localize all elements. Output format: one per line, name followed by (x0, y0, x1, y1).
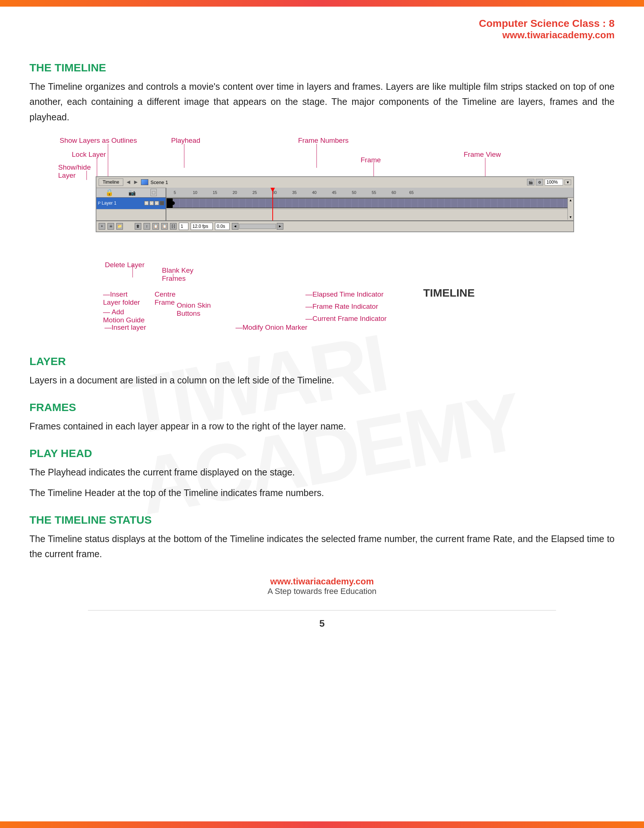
label-show-layers: Show Layers as Outlines (60, 136, 137, 144)
scene-label: Scene 1 (150, 180, 168, 185)
add-layer-btn[interactable]: + (99, 223, 105, 230)
ruler-60: 60 (392, 190, 396, 194)
line-show-layers (108, 144, 108, 176)
label-delete-layer: Delete Layer (105, 261, 145, 269)
frames-row-1 (166, 198, 573, 209)
header-title: Computer Science Class : 8 (30, 18, 614, 30)
ruler-20: 20 (233, 190, 237, 194)
ruler-35: 35 (292, 190, 297, 194)
line-frame-view (485, 158, 486, 176)
frames-area: ▲ ▼ (166, 198, 573, 220)
top-bar (0, 0, 644, 6)
ruler-icon3: □ (150, 189, 157, 196)
zoom-percent[interactable]: 100% (545, 179, 563, 185)
layer-empty (96, 209, 166, 220)
scene-icon (141, 179, 148, 185)
fps-field[interactable]: 12.0 fps (191, 223, 213, 230)
playhead-frames (272, 198, 273, 220)
footer-url: www.tiwariacademy.com (30, 576, 614, 586)
icon1: 🎬 (527, 179, 534, 185)
ruler-10: 10 (193, 190, 197, 194)
status-btn1[interactable]: ↕ (144, 223, 150, 230)
frame-ruler: 🔒 📷 □ 5 10 15 20 25 30 35 40 45 50 55 (96, 188, 573, 198)
label-insert-layer: —Insert layer (105, 323, 146, 332)
nav-arrows: ◄ ► (125, 179, 139, 185)
scroll-right[interactable]: ► (277, 223, 284, 230)
label-modify-onion: —Modify Onion Marker (235, 323, 307, 332)
layer-controls: ✎ • • (144, 201, 164, 205)
line-frame-numbers (317, 144, 317, 168)
divider (88, 610, 556, 610)
timeline-body: P Layer 1 ✎ • • (96, 198, 573, 220)
layer-heading: LAYER (30, 355, 614, 368)
label-frame-rate: —Frame Rate Indicator (306, 303, 378, 310)
lc-3: • (155, 201, 159, 205)
ruler-icon1: 🔒 (105, 188, 113, 196)
status-btn4[interactable]: [·] (170, 223, 177, 230)
label-lock-layer: Lock Layer (72, 151, 106, 158)
scroll-area: ◄ ► (232, 223, 284, 230)
page-number: 5 (30, 618, 614, 629)
ruler-55: 55 (372, 190, 376, 194)
bottom-bar (0, 822, 644, 828)
label-frame: Frame (360, 156, 381, 164)
right-controls: 🎬 ⚙ 100% ▼ (527, 179, 571, 185)
timeline-button[interactable]: Timeline (99, 179, 123, 186)
flash-toolbar: Timeline ◄ ► Scene 1 🎬 ⚙ 100% ▼ (96, 177, 573, 188)
ruler-icon2: 📷 (128, 189, 136, 196)
scroll-up: ▲ (569, 198, 572, 202)
label-insert-folder: —InsertLayer folder (103, 290, 140, 307)
lc-1: ✎ (144, 201, 149, 205)
status-body: The Timeline status displays at the bott… (30, 532, 614, 562)
footer: www.tiwariacademy.com A Step towards fre… (30, 576, 614, 607)
status-heading: THE TIMELINE STATUS (30, 514, 614, 526)
playhead-body1: The Playhead indicates the current frame… (30, 465, 614, 480)
footer-tagline: A Step towards free Education (30, 586, 614, 596)
dropdown-btn[interactable]: ▼ (564, 180, 571, 185)
frame-number-field[interactable]: 1 (179, 223, 188, 230)
label-frame-view: Frame View (464, 151, 501, 158)
label-blank-key: Blank KeyFrames (162, 267, 194, 282)
playhead-heading: PLAY HEAD (30, 447, 614, 459)
layer-body: Layers in a document are listed in a col… (30, 373, 614, 388)
ruler-5: 5 (174, 190, 176, 194)
status-btn2[interactable]: 📋 (152, 223, 159, 230)
ruler-40: 40 (312, 190, 317, 194)
label-onion-skin: Onion SkinButtons (177, 301, 211, 318)
timeline-diagram: Show Layers as Outlines Playhead Frame N… (30, 136, 614, 342)
frames-empty (166, 209, 573, 220)
trash-btn[interactable]: 🗑 (135, 223, 141, 230)
playhead-body2: The Timeline Header at the top of the Ti… (30, 485, 614, 500)
scrollbar-v[interactable]: ▲ ▼ (567, 198, 573, 220)
flash-window: Timeline ◄ ► Scene 1 🎬 ⚙ 100% ▼ 🔒 📷 □ (96, 176, 574, 232)
label-current-frame: —Current Frame Indicator (306, 315, 387, 323)
line-lock-layer (97, 158, 97, 176)
scroll-left[interactable]: ◄ (232, 223, 238, 230)
icon2: ⚙ (536, 179, 543, 185)
ruler-45: 45 (332, 190, 336, 194)
layer-panel-header-ruler: 🔒 📷 □ (96, 188, 166, 197)
label-add-motion: — AddMotion Guide (103, 308, 145, 324)
skull-btn[interactable]: ☠ (107, 223, 114, 230)
ruler-25: 25 (252, 190, 257, 194)
keyframe-dot (171, 201, 175, 205)
line-blank-key (173, 274, 173, 278)
layer-name: Layer 1 (102, 201, 143, 206)
layer-pencil-icon: P (98, 201, 100, 205)
status-btn3[interactable]: 📋 (161, 223, 168, 230)
page-content: Computer Science Class : 8 www.tiwariaca… (0, 6, 644, 651)
layer-row-1: P Layer 1 ✎ • • (96, 198, 166, 209)
lc-4 (160, 201, 164, 205)
label-show-hide: Show/hideLayer (58, 163, 91, 180)
ruler-area: 5 10 15 20 25 30 35 40 45 50 55 60 65 (166, 188, 573, 197)
ruler-15: 15 (213, 190, 217, 194)
timeline-body: The Timeline organizes and controls a mo… (30, 79, 614, 125)
lc-2: • (149, 201, 154, 205)
layer-panel: P Layer 1 ✎ • • (96, 198, 166, 220)
scroll-down: ▼ (569, 215, 572, 219)
time-field[interactable]: 0.0s (215, 223, 230, 230)
frames-filled (173, 198, 573, 208)
folder-btn[interactable]: 📁 (116, 223, 123, 230)
scrollbar-h[interactable] (239, 224, 276, 229)
timeline-heading: THE TIMELINE (30, 61, 614, 74)
